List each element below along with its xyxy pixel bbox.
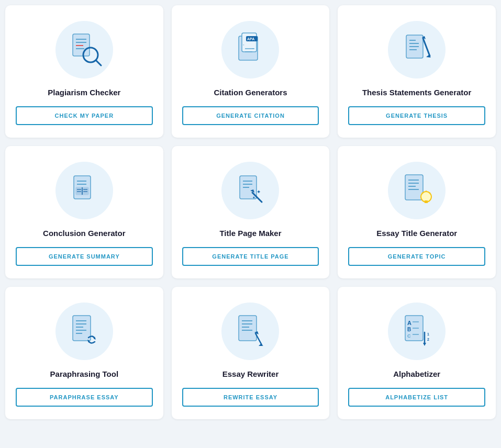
rewrite-essay-button[interactable]: REWRITE ESSAY	[182, 388, 319, 407]
plagiarism-checker-title: Plagiarism Checker	[48, 88, 120, 97]
rewriter-icon	[221, 303, 279, 360]
card-plagiarism-checker: Plagiarism Checker CHECK MY PAPER	[5, 5, 163, 138]
check-paper-button[interactable]: CHECK MY PAPER	[16, 106, 153, 125]
svg-line-20	[423, 38, 430, 56]
card-alphabetizer: A B C 1 2 Alphabetizer ALPHABETIZE LIST	[338, 287, 496, 419]
svg-marker-75	[423, 343, 426, 346]
svg-marker-66	[259, 344, 263, 346]
alphabetizer-icon: A B C 1 2	[388, 303, 446, 360]
alphabetize-list-button[interactable]: ALPHABETIZE LIST	[348, 388, 485, 407]
thesis-icon	[388, 21, 446, 79]
paraphrase-essay-button[interactable]: PARAPHRASE ESSAY	[16, 388, 153, 407]
svg-text:✦: ✦	[252, 196, 255, 199]
card-thesis-statements-generator: Thesis Statements Generator GENERATE THE…	[338, 5, 496, 138]
svg-text:APA: APA	[247, 37, 254, 41]
svg-text:A: A	[407, 320, 411, 326]
titlepage-icon: ✦ ✦	[221, 162, 279, 219]
svg-line-6	[96, 60, 101, 65]
card-citation-generators: APA " " Citation Generators GENERATE CIT…	[172, 5, 330, 138]
card-paraphrasing-tool: Paraphrasing Tool PARAPHRASE ESSAY	[5, 287, 163, 419]
essaytitle-icon	[388, 162, 446, 219]
alphabetizer-title: Alphabetizer	[393, 369, 440, 378]
svg-rect-59	[239, 316, 257, 341]
paraphrase-icon	[55, 303, 113, 360]
svg-rect-51	[73, 316, 91, 341]
citation-icon: APA " "	[221, 21, 279, 79]
svg-text:1: 1	[427, 332, 429, 336]
card-essay-rewriter: Essay Rewriter REWRITE ESSAY	[172, 287, 330, 419]
plagiarism-icon	[55, 21, 113, 79]
generate-title-page-button[interactable]: GENERATE TITLE PAGE	[182, 247, 319, 266]
generate-citation-button[interactable]: GENERATE CITATION	[182, 106, 319, 125]
conclusion-icon	[55, 162, 113, 219]
essay-title-generator-title: Essay Title Generator	[376, 229, 457, 238]
essay-rewriter-title: Essay Rewriter	[222, 369, 279, 378]
card-title-page-maker: ✦ ✦ Title Page Maker GENERATE TITLE PAGE	[172, 146, 330, 278]
paraphrasing-tool-title: Paraphrasing Tool	[50, 369, 119, 378]
conclusion-generator-title: Conclusion Generator	[43, 229, 126, 238]
svg-text:B: B	[407, 327, 411, 332]
svg-text:✦: ✦	[257, 189, 261, 195]
svg-text:C: C	[407, 333, 411, 339]
generate-thesis-button[interactable]: GENERATE THESIS	[348, 106, 485, 125]
thesis-statements-generator-title: Thesis Statements Generator	[362, 88, 471, 97]
generate-topic-button[interactable]: GENERATE TOPIC	[348, 247, 485, 266]
citation-generators-title: Citation Generators	[214, 88, 287, 97]
card-conclusion-generator: Conclusion Generator GENERATE SUMMARY	[5, 146, 163, 278]
svg-text:2: 2	[427, 338, 429, 341]
title-page-maker-title: Title Page Maker	[219, 229, 281, 238]
card-essay-title-generator: Essay Title Generator GENERATE TOPIC	[338, 146, 496, 278]
generate-summary-button[interactable]: GENERATE SUMMARY	[16, 247, 153, 266]
tool-grid: Plagiarism Checker CHECK MY PAPER APA " …	[5, 5, 496, 419]
svg-rect-40	[405, 175, 423, 200]
